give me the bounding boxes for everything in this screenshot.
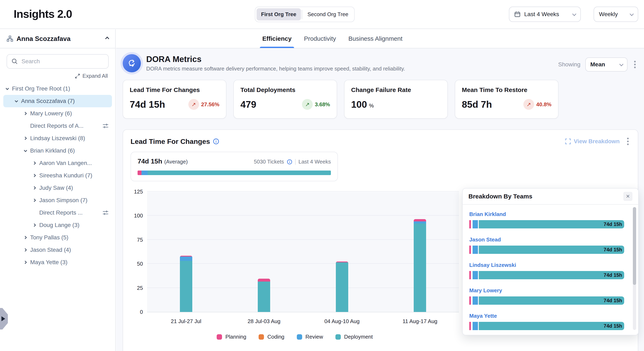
expand-all-link[interactable]: Expand All <box>75 73 108 79</box>
legend-item-planning[interactable]: Planning <box>217 334 246 340</box>
chevron-right-icon[interactable] <box>33 161 36 165</box>
chevron-right-icon[interactable] <box>33 186 36 190</box>
tree-item[interactable]: Sireesha Kunduri (7) <box>3 169 112 182</box>
tab-efficiency[interactable]: Efficiency <box>262 29 292 48</box>
bar-segment-planning <box>258 279 270 281</box>
tree-item[interactable]: Lindsay Liszewski (8) <box>3 132 112 145</box>
breakdown-value: 74d 15h <box>604 272 622 278</box>
sidebar-header[interactable]: Anna Scozzafava <box>0 29 115 48</box>
chart-bar[interactable] <box>336 261 348 312</box>
y-axis-tick: 0 <box>130 309 143 315</box>
dora-header: DORA Metrics DORA metrics measure softwa… <box>123 54 638 72</box>
legend-item-deployment[interactable]: Deployment <box>336 334 373 340</box>
chart-plot-area <box>147 192 459 312</box>
tree-item[interactable]: Aaron Van Langen... <box>3 157 112 169</box>
chevron-right-icon[interactable] <box>33 199 36 202</box>
granularity-select[interactable]: Weekly <box>594 7 638 22</box>
tree-item[interactable]: Anna Scozzafava (7) <box>3 95 112 107</box>
showing-select[interactable]: Mean <box>585 58 628 72</box>
search-input[interactable] <box>22 58 104 65</box>
chevron-right-icon[interactable] <box>24 137 27 140</box>
arrow-up-right-icon: ↗ <box>524 99 534 110</box>
second-org-tree-button[interactable]: Second Org Tree <box>303 8 353 21</box>
breakdown-team-link[interactable]: Lindsay Liszewski <box>469 262 516 268</box>
chevron-right-icon[interactable] <box>33 223 36 227</box>
tree-item[interactable]: Mary Lowery (6) <box>3 107 112 120</box>
breakdown-team-link[interactable]: Brian Kirkland <box>469 211 506 217</box>
tree-item[interactable]: Direct Reports of A... <box>3 120 112 132</box>
main-area: Efficiency Productivity Business Alignme… <box>116 29 644 351</box>
bar-segment-review <box>472 246 478 254</box>
bar-segment-planning <box>469 246 471 254</box>
breakdown-bar[interactable]: 74d 15h <box>469 322 629 330</box>
bar-segment-review <box>472 322 478 330</box>
tree-item-label: Mary Lowery (6) <box>30 110 72 117</box>
breakdown-bar[interactable]: 74d 15h <box>469 296 629 305</box>
tree-item[interactable]: First Org Tree Root (1) <box>3 83 112 95</box>
tree-item-label: Aaron Van Langen... <box>39 160 92 166</box>
arrow-right-icon <box>2 316 5 321</box>
tree-item-label: Doug Lange (3) <box>39 222 80 228</box>
chart-bar[interactable] <box>414 219 426 312</box>
toggle-divider <box>302 10 302 19</box>
breakdown-team-link[interactable]: Maya Yette <box>469 313 497 319</box>
summary-segment-deployment <box>148 171 331 175</box>
bar-segment-deployment: 74d 15h <box>479 271 624 279</box>
breakdown-panel: Breakdown By Teams ✕ Brian Kirkland 74d … <box>462 188 639 335</box>
chevron-up-icon[interactable] <box>105 37 109 41</box>
tree-item-label: Direct Reports ... <box>39 209 82 216</box>
chart-bar[interactable] <box>180 256 192 312</box>
insights-app: Insights 2.0 First Org Tree Second Org T… <box>0 0 644 351</box>
dora-menu-button[interactable] <box>632 59 638 70</box>
metric-card-value: 100 <box>351 99 367 110</box>
x-axis-label: 04 Aug-10 Aug <box>303 318 381 324</box>
tab-business-alignment[interactable]: Business Alignment <box>348 29 402 48</box>
breakdown-title: Breakdown By Teams <box>468 193 532 200</box>
breakdown-team-link[interactable]: Jason Stead <box>469 236 501 243</box>
chevron-right-icon[interactable] <box>33 174 36 177</box>
info-icon[interactable] <box>213 138 219 145</box>
chevron-down-icon[interactable] <box>15 99 18 103</box>
info-icon[interactable] <box>287 159 292 165</box>
close-icon[interactable]: ✕ <box>623 192 632 201</box>
chevron-right-icon[interactable] <box>24 236 27 239</box>
tree-item[interactable]: Jason Simpson (7) <box>3 194 112 206</box>
view-breakdown-link[interactable]: View Breakdown <box>565 138 620 145</box>
chart-bar[interactable] <box>258 279 270 312</box>
tree-item[interactable]: Judy Saw (4) <box>3 182 112 194</box>
breakdown-bar[interactable]: 74d 15h <box>469 246 629 254</box>
chevron-right-icon[interactable] <box>24 248 27 252</box>
breakdown-value: 74d 15h <box>604 298 622 303</box>
metric-delta-value: 27.56% <box>201 101 219 108</box>
filter-icon[interactable] <box>102 210 109 216</box>
tree-item[interactable]: Brian Kirkland (6) <box>3 145 112 157</box>
expand-corners-icon <box>565 139 571 144</box>
breakdown-bar[interactable]: 74d 15h <box>469 220 629 228</box>
lead-time-menu-button[interactable] <box>626 136 630 147</box>
tab-productivity[interactable]: Productivity <box>304 29 336 48</box>
legend-item-coding[interactable]: Coding <box>258 334 284 340</box>
chevron-down-icon[interactable] <box>6 87 9 90</box>
first-org-tree-button[interactable]: First Org Tree <box>256 8 301 21</box>
lead-time-title-row: Lead Time For Changes <box>130 137 219 146</box>
tree-item[interactable]: Direct Reports ... <box>3 206 112 219</box>
top-bar: Insights 2.0 First Org Tree Second Org T… <box>0 0 644 29</box>
tree-item[interactable]: Doug Lange (3) <box>3 219 112 231</box>
y-axis-tick: 125 <box>130 189 143 195</box>
chevron-right-icon[interactable] <box>24 112 27 115</box>
chevron-right-icon[interactable] <box>24 261 27 264</box>
bar-segment-review <box>472 220 478 228</box>
tree-item[interactable]: Tony Pallas (5) <box>3 231 112 244</box>
tree-item[interactable]: Jason Stead (4) <box>3 244 112 256</box>
breakdown-team-link[interactable]: Mary Lowery <box>469 287 502 294</box>
filter-icon[interactable] <box>102 123 109 129</box>
date-range-select[interactable]: Last 4 Weeks <box>509 7 581 22</box>
legend-item-review[interactable]: Review <box>297 334 323 340</box>
chevron-down-icon[interactable] <box>24 149 27 152</box>
x-axis-label: 21 Jul-27 Jul <box>147 318 225 324</box>
tree-item-label: Anna Scozzafava (7) <box>21 98 75 104</box>
breakdown-bar[interactable]: 74d 15h <box>469 271 629 279</box>
scrollbar-thumb[interactable] <box>633 207 636 285</box>
tree-item[interactable]: Maya Yette (3) <box>3 256 112 268</box>
legend-swatch <box>217 334 222 340</box>
